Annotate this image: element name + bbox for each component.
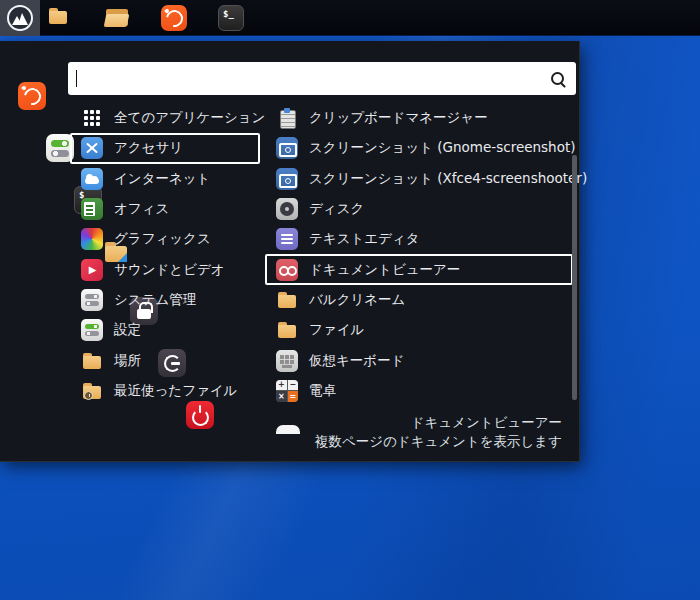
category-item-label: グラフィックス [114, 230, 211, 248]
category-item-label: インターネット [114, 170, 210, 188]
app-item-label: スクリーンショット (Gnome-screenshot) [309, 139, 575, 157]
category-list: 全てのアプリケーションアクセサリインターネットオフィスグラフィックスサウンドとビ… [70, 103, 260, 406]
category-item-label: 全てのアプリケーション [114, 109, 265, 127]
text-cursor [76, 70, 77, 87]
calculator-icon: +−×= [276, 380, 298, 402]
internet-icon [81, 168, 103, 190]
category-item-label: オフィス [114, 200, 169, 218]
calculator-part: + [276, 380, 287, 391]
tooltip-description: 複数ページのドキュメントを表示します [315, 432, 562, 451]
category-item-label: サウンドとビデオ [114, 261, 225, 279]
accessories-icon [81, 137, 103, 159]
application-menu-popup: 全てのアプリケーションアクセサリインターネットオフィスグラフィックスサウンドとビ… [0, 41, 580, 462]
docviewer-icon [276, 259, 298, 281]
category-item-3[interactable]: オフィス [70, 194, 260, 224]
folder-icon [276, 319, 298, 341]
screenshot-icon [276, 137, 298, 159]
app-item-8[interactable]: 仮想キーボード [265, 345, 573, 375]
taskbar-launchers [0, 0, 700, 30]
app-item-1[interactable]: スクリーンショット (Gnome-screenshot) [265, 133, 573, 163]
search-input[interactable] [68, 71, 550, 87]
distro-logo-icon [7, 5, 33, 31]
graphics-icon [81, 228, 103, 250]
app-item-label: バルクリネーム [309, 291, 405, 309]
app-menu-button[interactable] [0, 0, 40, 36]
taskbar-firedragon-button[interactable] [161, 5, 187, 31]
app-tooltip: ドキュメントビューアー 複数ページのドキュメントを表示します [315, 413, 562, 450]
app-item-label: ファイル [309, 321, 364, 339]
app-item-label: スクリーンショット (Xfce4-screenshooter) [309, 170, 587, 188]
category-item-label: システム管理 [114, 291, 196, 309]
recent-part [84, 391, 93, 400]
category-item-4[interactable]: グラフィックス [70, 224, 260, 254]
category-item-1[interactable]: アクセサリ [70, 133, 260, 163]
taskbar-folder-button[interactable] [47, 5, 73, 31]
app-item-label: ドキュメントビューアー [309, 261, 460, 279]
category-item-8[interactable]: 場所 [70, 345, 260, 375]
category-item-0[interactable]: 全てのアプリケーション [70, 103, 260, 133]
category-item-label: 設定 [114, 321, 141, 339]
folder-open-part [104, 14, 130, 27]
app-item-5[interactable]: ドキュメントビューアー [265, 254, 573, 284]
category-item-label: アクセサリ [114, 139, 183, 157]
scrollbar[interactable] [572, 155, 577, 400]
category-item-label: 最近使ったファイル [114, 382, 237, 400]
category-item-5[interactable]: サウンドとビデオ [70, 254, 260, 284]
keyboard-icon [276, 350, 298, 372]
file-manager-part [118, 253, 127, 262]
app-item-7[interactable]: ファイル [265, 315, 573, 345]
application-list: クリップボードマネージャースクリーンショット (Gnome-screenshot… [265, 103, 573, 436]
category-item-6[interactable]: システム管理 [70, 285, 260, 315]
app-item-label: 電卓 [309, 382, 336, 400]
category-item-label: 場所 [114, 352, 141, 370]
clipboard-icon [276, 107, 298, 129]
disks-icon [276, 198, 298, 220]
taskbar-folder-open-button[interactable] [104, 5, 130, 31]
tooltip-title: ドキュメントビューアー [315, 413, 562, 432]
recent-icon [81, 380, 103, 402]
cutoff-icon [276, 425, 300, 434]
calculator-part: × [276, 391, 287, 402]
taskbar-terminal-button[interactable] [218, 5, 244, 31]
top-panel [0, 0, 700, 36]
app-item-label: テキストエディタ [309, 230, 420, 248]
system-icon [81, 289, 103, 311]
calculator-part: = [288, 391, 299, 402]
search-icon [550, 71, 566, 87]
app-item-label: 仮想キーボード [309, 352, 404, 370]
app-item-3[interactable]: ディスク [265, 194, 573, 224]
app-item-9[interactable]: +−×=電卓 [265, 376, 573, 406]
app-item-2[interactable]: スクリーンショット (Xfce4-screenshooter) [265, 164, 573, 194]
app-item-label: クリップボードマネージャー [309, 109, 488, 127]
category-item-2[interactable]: インターネット [70, 164, 260, 194]
search-box[interactable] [68, 62, 576, 95]
calculator-part: − [288, 380, 299, 391]
app-item-label: ディスク [309, 200, 364, 218]
app-item-6[interactable]: バルクリネーム [265, 285, 573, 315]
category-item-7[interactable]: 設定 [70, 315, 260, 345]
multimedia-icon [81, 259, 103, 281]
places-icon [81, 350, 103, 372]
app-item-4[interactable]: テキストエディタ [265, 224, 573, 254]
all-apps-icon [81, 107, 103, 129]
settings-icon [81, 319, 103, 341]
texteditor-icon [276, 228, 298, 250]
category-item-9[interactable]: 最近使ったファイル [70, 376, 260, 406]
folder-icon [276, 289, 298, 311]
office-icon [81, 198, 103, 220]
sidebar-firedragon-button[interactable] [18, 82, 46, 110]
app-item-0[interactable]: クリップボードマネージャー [265, 103, 573, 133]
screenshot-icon [276, 168, 298, 190]
